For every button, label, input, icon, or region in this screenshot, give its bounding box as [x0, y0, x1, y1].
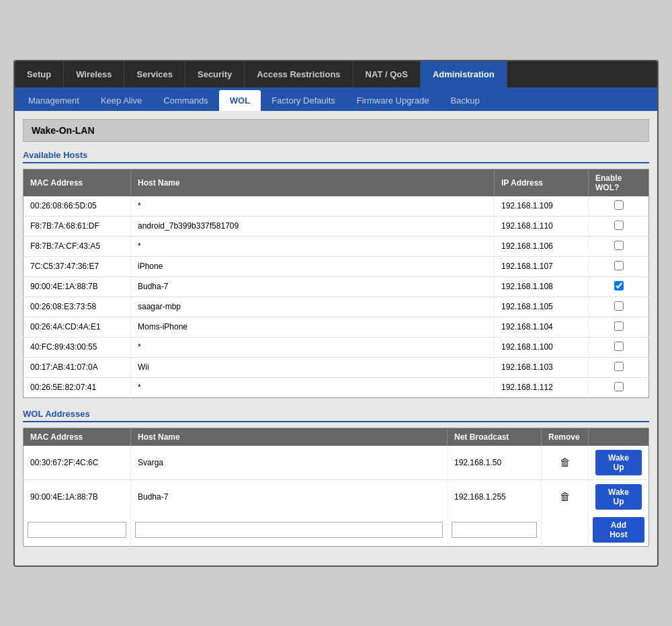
host-wol-1 — [589, 216, 649, 236]
table-row: F8:7B:7A:CF:43:A5 * 192.168.1.106 — [24, 236, 649, 256]
host-name-9: * — [131, 377, 495, 397]
host-name-0: * — [131, 196, 495, 217]
host-name-2: * — [131, 236, 495, 256]
top-nav-item-nat-/-qos[interactable]: NAT / QoS — [353, 61, 421, 87]
wol-netbcast-1: 192.168.1.255 — [448, 479, 542, 514]
add-host-input[interactable] — [135, 522, 443, 538]
col-header-mac: MAC Address — [24, 169, 131, 196]
wol-netbcast-0: 192.168.1.50 — [448, 446, 542, 480]
table-row: 90:00:4E:1A:88:7B Budha-7 192.168.1.255 … — [24, 479, 649, 514]
wol-col-header-mac: MAC Address — [24, 428, 131, 446]
host-wol-4 — [589, 276, 649, 297]
available-hosts-section: Available Hosts MAC Address Host Name IP… — [23, 150, 649, 398]
add-host-cell — [131, 514, 448, 547]
page-title: Wake-On-LAN — [23, 119, 649, 142]
available-hosts-table: MAC Address Host Name IP Address Enable … — [23, 169, 649, 398]
trash-icon[interactable]: 🗑 — [560, 457, 571, 468]
sub-nav-item-backup[interactable]: Backup — [439, 90, 490, 111]
table-row: 7C:C5:37:47:36:E7 iPhone 192.168.1.107 — [24, 256, 649, 276]
table-row: 00:17:AB:41:07:0A Wii 192.168.1.103 — [24, 357, 649, 377]
sub-nav-item-wol[interactable]: WOL — [219, 90, 261, 111]
wol-host-0: Svarga — [131, 446, 448, 480]
wake-up-button-1[interactable]: Wake Up — [595, 484, 642, 510]
sub-nav-item-keep-alive[interactable]: Keep Alive — [90, 90, 153, 111]
host-wol-9 — [589, 377, 649, 397]
trash-icon[interactable]: 🗑 — [560, 491, 571, 502]
wol-checkbox-7[interactable] — [614, 342, 624, 351]
table-row: 00:26:08:E3:73:58 saagar-mbp 192.168.1.1… — [24, 297, 649, 317]
wol-checkbox-9[interactable] — [614, 382, 624, 391]
table-row: 00:30:67:2F:4C:6C Svarga 192.168.1.50 🗑 … — [24, 446, 649, 480]
wol-col-header-remove: Remove — [542, 428, 589, 446]
host-name-8: Wii — [131, 357, 495, 377]
top-nav-item-access-restrictions[interactable]: Access Restrictions — [245, 61, 353, 87]
wol-addresses-table: MAC Address Host Name Net Broadcast Remo… — [23, 428, 649, 547]
available-hosts-title: Available Hosts — [23, 150, 649, 163]
host-mac-8: 00:17:AB:41:07:0A — [24, 357, 131, 377]
host-name-6: Moms-iPhone — [131, 317, 495, 337]
add-button-cell: Add Host — [589, 514, 649, 547]
host-ip-2: 192.168.1.106 — [495, 236, 589, 256]
add-net-cell — [448, 514, 542, 547]
add-net-input[interactable] — [452, 522, 537, 538]
host-mac-3: 7C:C5:37:47:36:E7 — [24, 256, 131, 276]
content: Wake-On-LAN Available Hosts MAC Address … — [15, 111, 657, 565]
table-row: 00:26:5E:82:07:41 * 192.168.1.112 — [24, 377, 649, 397]
host-wol-8 — [589, 357, 649, 377]
host-mac-6: 00:26:4A:CD:4A:E1 — [24, 317, 131, 337]
host-ip-1: 192.168.1.110 — [495, 216, 589, 236]
host-ip-4: 192.168.1.108 — [495, 276, 589, 297]
host-wol-6 — [589, 317, 649, 337]
add-mac-input[interactable] — [28, 522, 126, 538]
wol-checkbox-1[interactable] — [614, 221, 624, 230]
wol-checkbox-8[interactable] — [614, 362, 624, 371]
host-name-1: android_7b399b337f581709 — [131, 216, 495, 236]
wol-remove-1: 🗑 — [542, 479, 589, 514]
wake-up-button-0[interactable]: Wake Up — [595, 450, 642, 475]
top-nav-item-services[interactable]: Services — [124, 61, 185, 87]
wol-wake-0: Wake Up — [589, 446, 649, 480]
col-header-wol: Enable WOL? — [589, 169, 649, 196]
host-ip-8: 192.168.1.103 — [495, 357, 589, 377]
host-ip-9: 192.168.1.112 — [495, 377, 589, 397]
host-mac-7: 40:FC:89:43:00:55 — [24, 337, 131, 357]
top-nav-item-administration[interactable]: Administration — [421, 61, 507, 87]
table-row: 00:26:4A:CD:4A:E1 Moms-iPhone 192.168.1.… — [24, 317, 649, 337]
wol-col-header-action — [589, 428, 649, 446]
host-wol-2 — [589, 236, 649, 256]
sub-nav-item-factory-defaults[interactable]: Factory Defaults — [261, 90, 346, 111]
wol-mac-0: 00:30:67:2F:4C:6C — [24, 446, 131, 480]
wol-addresses-section: WOL Addresses MAC Address Host Name Net … — [23, 409, 649, 547]
router-ui: SetupWirelessServicesSecurityAccess Rest… — [13, 60, 659, 567]
host-wol-7 — [589, 337, 649, 357]
sub-nav-item-commands[interactable]: Commands — [153, 90, 218, 111]
table-row: 00:26:08:66:5D:05 * 192.168.1.109 — [24, 196, 649, 217]
add-host-button[interactable]: Add Host — [593, 517, 644, 543]
wol-checkbox-6[interactable] — [614, 321, 624, 331]
host-mac-4: 90:00:4E:1A:88:7B — [24, 276, 131, 297]
wol-checkbox-4[interactable] — [614, 281, 624, 290]
sub-nav-item-management[interactable]: Management — [17, 90, 90, 111]
table-row: 40:FC:89:43:00:55 * 192.168.1.100 — [24, 337, 649, 357]
wol-checkbox-0[interactable] — [614, 200, 624, 210]
add-remove-cell — [542, 514, 589, 547]
wol-checkbox-3[interactable] — [614, 261, 624, 270]
col-header-ip: IP Address — [495, 169, 589, 196]
add-host-row: Add Host — [24, 514, 649, 547]
wol-col-header-netbcast: Net Broadcast — [448, 428, 542, 446]
wol-checkbox-5[interactable] — [614, 301, 624, 311]
sub-nav-item-firmware-upgrade[interactable]: Firmware Upgrade — [346, 90, 440, 111]
col-header-host: Host Name — [131, 169, 495, 196]
top-nav-item-setup[interactable]: Setup — [15, 61, 64, 87]
top-nav-item-wireless[interactable]: Wireless — [64, 61, 124, 87]
wol-checkbox-2[interactable] — [614, 241, 624, 250]
wol-host-1: Budha-7 — [131, 479, 448, 514]
host-ip-3: 192.168.1.107 — [495, 256, 589, 276]
host-ip-6: 192.168.1.104 — [495, 317, 589, 337]
wol-addresses-header-row: MAC Address Host Name Net Broadcast Remo… — [24, 428, 649, 446]
host-name-7: * — [131, 337, 495, 357]
top-nav-item-security[interactable]: Security — [185, 61, 245, 87]
host-name-5: saagar-mbp — [131, 297, 495, 317]
host-mac-1: F8:7B:7A:68:61:DF — [24, 216, 131, 236]
wol-mac-1: 90:00:4E:1A:88:7B — [24, 479, 131, 514]
